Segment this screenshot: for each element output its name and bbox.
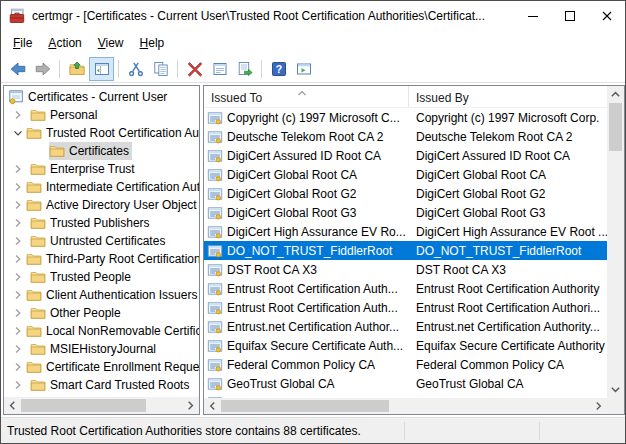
properties-button[interactable] bbox=[207, 57, 232, 81]
tree-item-content[interactable]: Local NonRemovable Certificates bbox=[26, 322, 199, 340]
cert-row-geotrust-global-ca[interactable]: GeoTrust Global CAGeoTrust Global CA bbox=[204, 374, 607, 393]
cert-row-equifax-secure-certificate-auth[interactable]: Equifax Secure Certificate Auth...Equifa… bbox=[204, 336, 607, 355]
expander-collapsed-icon[interactable] bbox=[10, 287, 26, 303]
scroll-thumb[interactable] bbox=[609, 103, 622, 151]
show-console-tree-button[interactable] bbox=[89, 57, 114, 81]
tree-item-content[interactable]: Trusted People bbox=[30, 268, 134, 286]
cert-row-digicert-global-root-g2[interactable]: DigiCert Global Root G2DigiCert Global R… bbox=[204, 184, 607, 203]
tree-item-trusted-root-certification-authorities[interactable]: Trusted Root Certification Authorities bbox=[10, 124, 199, 142]
expander-collapsed-icon[interactable] bbox=[10, 323, 26, 339]
tree-item-content[interactable]: Enterprise Trust bbox=[30, 160, 138, 178]
minimize-button[interactable] bbox=[514, 1, 551, 31]
tree-item-smart-card-trusted-roots[interactable]: Smart Card Trusted Roots bbox=[10, 376, 199, 394]
tree-item-content[interactable]: Intermediate Certification Authorities bbox=[26, 178, 199, 196]
scroll-up-button[interactable] bbox=[607, 86, 624, 103]
tree-item-trusted-publishers[interactable]: Trusted Publishers bbox=[10, 214, 199, 232]
tree-item-content[interactable]: Personal bbox=[30, 106, 100, 124]
back-button[interactable] bbox=[5, 57, 30, 81]
tree-item-untrusted-certificates[interactable]: Untrusted Certificates bbox=[10, 232, 199, 250]
expander-collapsed-icon[interactable] bbox=[10, 377, 26, 393]
delete-button[interactable] bbox=[182, 57, 207, 81]
export-list-button[interactable] bbox=[232, 57, 257, 81]
tree-item-active-directory-user-object[interactable]: Active Directory User Object bbox=[10, 196, 199, 214]
column-header-issued-to[interactable]: Issued To bbox=[204, 86, 409, 107]
expander-collapsed-icon[interactable] bbox=[10, 107, 26, 123]
expander-collapsed-icon[interactable] bbox=[10, 359, 26, 375]
menu-help[interactable]: Help bbox=[132, 33, 173, 53]
tree-item-other-people[interactable]: Other People bbox=[10, 304, 199, 322]
tree-item-intermediate-certification-authorities[interactable]: Intermediate Certification Authorities bbox=[10, 178, 199, 196]
expander-collapsed-icon[interactable] bbox=[10, 305, 26, 321]
cert-row-do-not-trust-fiddlerroot[interactable]: DO_NOT_TRUST_FiddlerRootDO_NOT_TRUST_Fid… bbox=[204, 241, 607, 260]
cut-button[interactable] bbox=[123, 57, 148, 81]
tree-item-content[interactable]: Trusted Publishers bbox=[30, 214, 153, 232]
tree-item-certificates[interactable]: Certificates bbox=[29, 142, 199, 160]
cert-row-federal-common-policy-ca[interactable]: Federal Common Policy CAFederal Common P… bbox=[204, 355, 607, 374]
expander-collapsed-icon[interactable] bbox=[10, 269, 26, 285]
tree-item-certificate-enrollment-requests[interactable]: Certificate Enrollment Requests bbox=[10, 358, 199, 376]
forward-button[interactable] bbox=[30, 57, 55, 81]
cert-row-entrust-net-certification-author[interactable]: Entrust.net Certification Author...Entru… bbox=[204, 317, 607, 336]
show-action-pane-button[interactable] bbox=[291, 57, 316, 81]
close-button[interactable] bbox=[588, 1, 625, 31]
scroll-left-button[interactable] bbox=[204, 398, 221, 414]
help-button[interactable]: ? bbox=[266, 57, 291, 81]
column-header-issued-by[interactable]: Issued By bbox=[409, 86, 607, 107]
copy-button[interactable] bbox=[148, 57, 173, 81]
tree-item-content[interactable]: Client Authentication Issuers bbox=[26, 286, 199, 304]
scroll-left-button[interactable] bbox=[4, 397, 21, 414]
cert-row-entrust-root-certification-auth[interactable]: Entrust Root Certification Auth...Entrus… bbox=[204, 279, 607, 298]
tree-item-content[interactable]: Trusted Root Certification Authorities bbox=[26, 124, 199, 142]
tree-item-content[interactable]: Third-Party Root Certification Authoriti… bbox=[26, 250, 199, 268]
cert-row-digicert-global-root-g3[interactable]: DigiCert Global Root G3DigiCert Global R… bbox=[204, 203, 607, 222]
scroll-right-button[interactable] bbox=[590, 398, 607, 414]
scroll-track[interactable] bbox=[21, 397, 182, 414]
expander-collapsed-icon[interactable] bbox=[10, 341, 26, 357]
cert-row-digicert-high-assurance-ev-ro[interactable]: DigiCert High Assurance EV Ro...DigiCert… bbox=[204, 222, 607, 241]
tree-item-content[interactable]: Certificate Enrollment Requests bbox=[26, 358, 199, 376]
expander-collapsed-icon[interactable] bbox=[10, 215, 26, 231]
scroll-track[interactable] bbox=[607, 103, 624, 381]
title-bar[interactable]: certmgr - [Certificates - Current User\T… bbox=[1, 1, 625, 31]
cert-row-digicert-assured-id-root-ca[interactable]: DigiCert Assured ID Root CADigiCert Assu… bbox=[204, 146, 607, 165]
tree-item-enterprise-trust[interactable]: Enterprise Trust bbox=[10, 160, 199, 178]
expander-expanded-icon[interactable] bbox=[10, 125, 26, 141]
scroll-thumb[interactable] bbox=[221, 400, 389, 412]
cert-row-entrust-root-certification-auth[interactable]: Entrust Root Certification Auth...Entrus… bbox=[204, 298, 607, 317]
expander-collapsed-icon[interactable] bbox=[10, 251, 26, 267]
tree-item-msiehistoryjournal[interactable]: MSIEHistoryJournal bbox=[10, 340, 199, 358]
tree-item-client-authentication-issuers[interactable]: Client Authentication Issuers bbox=[10, 286, 199, 304]
tree-item-content[interactable]: Untrusted Certificates bbox=[30, 232, 168, 250]
scroll-track[interactable] bbox=[221, 398, 590, 414]
tree-item-third-party-root-certification-authorities[interactable]: Third-Party Root Certification Authoriti… bbox=[10, 250, 199, 268]
menu-file[interactable]: File bbox=[5, 33, 40, 53]
expander-collapsed-icon[interactable] bbox=[10, 161, 26, 177]
tree-item-content[interactable]: Other People bbox=[30, 304, 124, 322]
tree-selection[interactable]: Certificates bbox=[49, 142, 132, 160]
menu-view[interactable]: View bbox=[90, 33, 132, 53]
tree-item-certificates-current-user[interactable]: Certificates - Current User bbox=[8, 88, 199, 106]
scroll-thumb[interactable] bbox=[21, 399, 146, 412]
maximize-button[interactable] bbox=[551, 1, 588, 31]
scroll-right-button[interactable] bbox=[182, 397, 199, 414]
tree-item-content[interactable]: Certificates - Current User bbox=[8, 88, 170, 106]
tree-item-trusted-people[interactable]: Trusted People bbox=[10, 268, 199, 286]
tree-item-local-nonremovable-certificates[interactable]: Local NonRemovable Certificates bbox=[10, 322, 199, 340]
menu-action[interactable]: Action bbox=[40, 33, 89, 53]
list-horizontal-scrollbar[interactable] bbox=[204, 398, 607, 414]
list-vertical-scrollbar[interactable] bbox=[607, 86, 624, 398]
expander-collapsed-icon[interactable] bbox=[10, 197, 26, 213]
expander-collapsed-icon[interactable] bbox=[10, 179, 26, 195]
tree-item-content[interactable]: MSIEHistoryJournal bbox=[30, 340, 159, 358]
scroll-down-button[interactable] bbox=[607, 381, 624, 398]
expander-collapsed-icon[interactable] bbox=[10, 233, 26, 249]
cert-row-deutsche-telekom-root-ca-2[interactable]: Deutsche Telekom Root CA 2Deutsche Telek… bbox=[204, 127, 607, 146]
cert-row-digicert-global-root-ca[interactable]: DigiCert Global Root CADigiCert Global R… bbox=[204, 165, 607, 184]
tree-item-personal[interactable]: Personal bbox=[10, 106, 199, 124]
tree-item-content[interactable]: Smart Card Trusted Roots bbox=[30, 376, 192, 394]
cert-row-copyright-c-1997-microsoft-c[interactable]: Copyright (c) 1997 Microsoft C...Copyrig… bbox=[204, 108, 607, 127]
tree-item-content[interactable]: Active Directory User Object bbox=[26, 196, 199, 214]
tree-horizontal-scrollbar[interactable] bbox=[4, 397, 199, 414]
cert-row-dst-root-ca-x3[interactable]: DST Root CA X3DST Root CA X3 bbox=[204, 260, 607, 279]
up-one-level-button[interactable] bbox=[64, 57, 89, 81]
